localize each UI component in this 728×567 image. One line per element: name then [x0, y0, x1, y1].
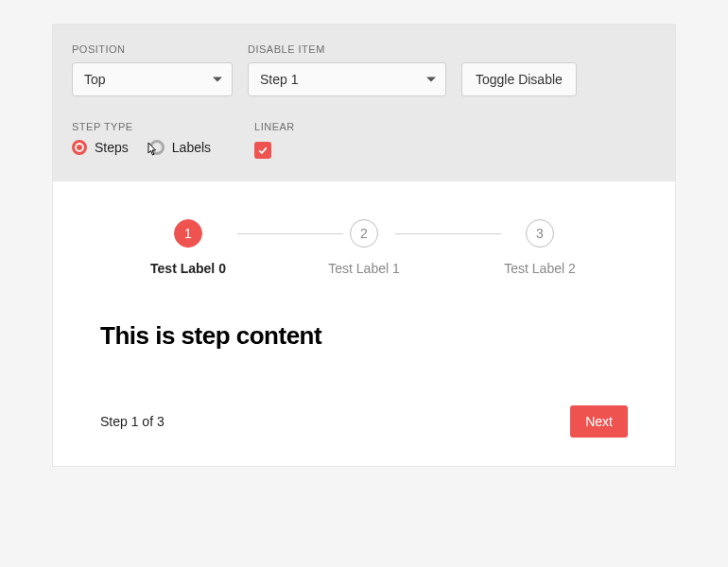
- position-label: POSITION: [72, 43, 233, 55]
- stepper-connector: [395, 233, 501, 234]
- radio-label: Steps: [95, 140, 129, 155]
- toggle-disable-button-label: Toggle Disable: [476, 72, 563, 87]
- step-circle[interactable]: 2: [350, 219, 378, 248]
- stepper: 1 Test Label 0 2 Test Label 1 3 Test Lab…: [100, 219, 628, 276]
- linear-checkbox[interactable]: [254, 142, 271, 159]
- next-button[interactable]: Next: [570, 405, 628, 438]
- radio-icon: [72, 140, 87, 155]
- stepper-content: 1 Test Label 0 2 Test Label 1 3 Test Lab…: [53, 181, 675, 466]
- step-label: Test Label 2: [504, 261, 576, 276]
- step-circle[interactable]: 3: [526, 219, 554, 248]
- step-number: 3: [536, 226, 544, 241]
- stepper-step-2: 2 Test Label 1: [276, 219, 452, 276]
- radio-icon: [149, 140, 165, 155]
- step-content-heading: This is step content: [100, 321, 628, 351]
- step-label: Test Label 0: [150, 261, 226, 276]
- position-select-value: Top: [84, 72, 106, 87]
- step-status: Step 1 of 3: [100, 414, 165, 429]
- position-select[interactable]: Top: [72, 62, 233, 96]
- stepper-demo-card: POSITION Top DISABLE ITEM Step 1 . Toggl…: [52, 24, 676, 467]
- disable-item-select[interactable]: Step 1: [248, 62, 446, 96]
- stepper-connector: [237, 233, 343, 234]
- step-label: Test Label 1: [328, 261, 400, 276]
- toggle-disable-button[interactable]: Toggle Disable: [461, 62, 577, 96]
- step-type-label: STEP TYPE: [72, 121, 211, 132]
- step-number: 1: [184, 226, 192, 241]
- disable-item-label: DISABLE ITEM: [248, 43, 446, 55]
- chevron-down-icon: [426, 77, 436, 82]
- stepper-step-3: 3 Test Label 2: [452, 219, 628, 276]
- next-button-label: Next: [585, 414, 613, 429]
- step-number: 2: [360, 226, 368, 241]
- check-icon: [257, 145, 269, 156]
- stepper-step-1: 1 Test Label 0: [100, 219, 276, 276]
- stepper-footer: Step 1 of 3 Next: [100, 405, 628, 438]
- chevron-down-icon: [213, 77, 222, 82]
- step-type-radio-steps[interactable]: Steps: [72, 140, 129, 155]
- linear-label: LINEAR: [254, 121, 295, 132]
- step-circle[interactable]: 1: [174, 219, 202, 248]
- step-type-radio-group: Steps Labels: [72, 140, 211, 155]
- step-body: This is step content: [100, 321, 628, 351]
- config-panel: POSITION Top DISABLE ITEM Step 1 . Toggl…: [53, 25, 675, 181]
- disable-item-select-value: Step 1: [260, 72, 298, 87]
- radio-label: Labels: [172, 140, 211, 155]
- step-type-radio-labels[interactable]: Labels: [149, 140, 211, 155]
